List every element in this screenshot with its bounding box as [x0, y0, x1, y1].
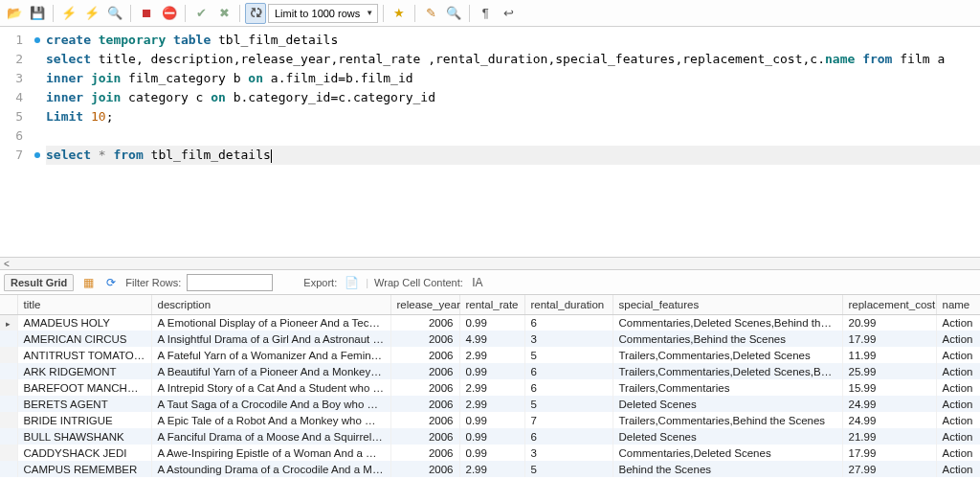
cell-replacement_cost[interactable]: 17.99 — [842, 331, 936, 347]
collapse-left-icon[interactable]: < — [4, 259, 10, 269]
cell-replacement_cost[interactable]: 24.99 — [842, 412, 936, 428]
toggle-invisible-icon[interactable]: ¶ — [475, 3, 496, 24]
cell-rental_rate[interactable]: 2.99 — [459, 461, 524, 477]
table-row[interactable]: ARK RIDGEMONTA Beautiful Yarn of a Pione… — [0, 363, 980, 379]
cell-release_year[interactable]: 2006 — [390, 379, 459, 396]
col-repl-cost[interactable]: replacement_cost — [842, 295, 936, 314]
cell-replacement_cost[interactable]: 27.99 — [842, 461, 936, 477]
cell-rental_rate[interactable]: 0.99 — [459, 428, 524, 445]
result-grid[interactable]: title description release_year rental_ra… — [0, 295, 980, 477]
cell-rental_duration[interactable]: 6 — [524, 314, 612, 331]
cell-description[interactable]: A Epic Tale of a Robot And a Monkey who … — [151, 412, 390, 428]
table-row[interactable]: AMADEUS HOLYA Emotional Display of a Pio… — [0, 314, 980, 331]
cell-rental_rate[interactable]: 4.99 — [459, 331, 524, 347]
cell-name[interactable]: Action — [936, 396, 980, 412]
cell-rental_duration[interactable]: 6 — [524, 363, 612, 379]
cell-release_year[interactable]: 2006 — [390, 445, 459, 461]
cell-description[interactable]: A Emotional Display of a Pioneer And a T… — [151, 314, 390, 331]
row-header[interactable] — [0, 461, 17, 477]
cell-replacement_cost[interactable]: 24.99 — [842, 396, 936, 412]
cell-replacement_cost[interactable]: 20.99 — [842, 314, 936, 331]
cell-title[interactable]: BAREFOOT MANCHURIAN — [17, 379, 151, 396]
cell-rental_duration[interactable]: 6 — [524, 428, 612, 445]
cell-title[interactable]: ARK RIDGEMONT — [17, 363, 151, 379]
cell-description[interactable]: A Taut Saga of a Crocodile And a Boy who… — [151, 396, 390, 412]
cell-special_features[interactable]: Trailers,Commentaries,Deleted Scenes,Beh… — [612, 363, 842, 379]
cell-special_features[interactable]: Deleted Scenes — [612, 428, 842, 445]
cell-rental_rate[interactable]: 2.99 — [459, 379, 524, 396]
row-header[interactable] — [0, 363, 17, 379]
cell-special_features[interactable]: Commentaries,Deleted Scenes — [612, 445, 842, 461]
cell-title[interactable]: BRIDE INTRIGUE — [17, 412, 151, 428]
row-header[interactable] — [0, 314, 17, 331]
cell-special_features[interactable]: Trailers,Commentaries,Behind the Scenes — [612, 412, 842, 428]
row-header[interactable] — [0, 396, 17, 412]
wrap-cell-icon[interactable]: IA — [469, 274, 486, 291]
row-limit-dropdown[interactable]: Limit to 1000 rows ▼ — [268, 4, 378, 23]
code-area[interactable]: create temporary table tbl_film_details … — [46, 31, 980, 165]
cell-rental_duration[interactable]: 5 — [524, 461, 612, 477]
cell-name[interactable]: Action — [936, 363, 980, 379]
cell-rental_rate[interactable]: 0.99 — [459, 363, 524, 379]
cell-description[interactable]: A Astounding Drama of a Crocodile And a … — [151, 461, 390, 477]
table-row[interactable]: BULL SHAWSHANKA Fanciful Drama of a Moos… — [0, 428, 980, 445]
col-release-year[interactable]: release_year — [390, 295, 459, 314]
cell-release_year[interactable]: 2006 — [390, 461, 459, 477]
cell-special_features[interactable]: Trailers,Commentaries,Deleted Scenes — [612, 347, 842, 363]
result-grid-refresh-icon[interactable]: ⟳ — [102, 274, 120, 291]
row-header[interactable] — [0, 331, 17, 347]
cell-rental_duration[interactable]: 7 — [524, 412, 612, 428]
cell-special_features[interactable]: Commentaries,Deleted Scenes,Behind the S… — [612, 314, 842, 331]
cell-release_year[interactable]: 2006 — [390, 314, 459, 331]
cell-rental_duration[interactable]: 5 — [524, 347, 612, 363]
cell-name[interactable]: Action — [936, 379, 980, 396]
cell-release_year[interactable]: 2006 — [390, 428, 459, 445]
result-grid-form-icon[interactable]: ▦ — [79, 274, 97, 291]
cell-name[interactable]: Action — [936, 331, 980, 347]
cell-special_features[interactable]: Trailers,Commentaries — [612, 379, 842, 396]
cell-title[interactable]: BULL SHAWSHANK — [17, 428, 151, 445]
cell-description[interactable]: A Intrepid Story of a Cat And a Student … — [151, 379, 390, 396]
table-row[interactable]: AMERICAN CIRCUSA Insightful Drama of a G… — [0, 331, 980, 347]
row-header[interactable] — [0, 428, 17, 445]
cell-release_year[interactable]: 2006 — [390, 412, 459, 428]
cell-description[interactable]: A Awe-Inspiring Epistle of a Woman And a… — [151, 445, 390, 461]
cell-description[interactable]: A Fateful Yarn of a Womanizer And a Femi… — [151, 347, 390, 363]
save-file-icon[interactable]: 💾 — [27, 3, 48, 24]
cell-description[interactable]: A Insightful Drama of a Girl And a Astro… — [151, 331, 390, 347]
col-description[interactable]: description — [151, 295, 390, 314]
cell-title[interactable]: ANTITRUST TOMATOES — [17, 347, 151, 363]
cell-rental_duration[interactable]: 3 — [524, 445, 612, 461]
cell-replacement_cost[interactable]: 21.99 — [842, 428, 936, 445]
cell-name[interactable]: Action — [936, 461, 980, 477]
cell-name[interactable]: Action — [936, 428, 980, 445]
cell-name[interactable]: Action — [936, 412, 980, 428]
cell-release_year[interactable]: 2006 — [390, 331, 459, 347]
open-file-icon[interactable]: 📂 — [4, 3, 25, 24]
cell-name[interactable]: Action — [936, 314, 980, 331]
toggle-wrap-icon[interactable]: ↩ — [498, 3, 519, 24]
row-header[interactable] — [0, 445, 17, 461]
export-icon[interactable]: 📄 — [343, 274, 360, 291]
cell-name[interactable]: Action — [936, 347, 980, 363]
table-row[interactable]: BERETS AGENTA Taut Saga of a Crocodile A… — [0, 396, 980, 412]
autocommit-toggle-icon[interactable]: 🗘 — [245, 3, 266, 24]
col-title[interactable]: title — [17, 295, 151, 314]
row-header[interactable] — [0, 379, 17, 396]
col-rental-rate[interactable]: rental_rate — [459, 295, 524, 314]
cell-replacement_cost[interactable]: 17.99 — [842, 445, 936, 461]
rollback-icon[interactable]: ✖ — [213, 3, 234, 24]
sql-editor[interactable]: 1 2 3 4 5 6 7 create temporary table tbl… — [0, 27, 980, 165]
find-icon[interactable]: 🔍 — [443, 3, 464, 24]
cell-special_features[interactable]: Deleted Scenes — [612, 396, 842, 412]
table-row[interactable]: BAREFOOT MANCHURIANA Intrepid Story of a… — [0, 379, 980, 396]
cell-rental_duration[interactable]: 6 — [524, 379, 612, 396]
table-row[interactable]: BRIDE INTRIGUEA Epic Tale of a Robot And… — [0, 412, 980, 428]
cell-release_year[interactable]: 2006 — [390, 363, 459, 379]
cell-description[interactable]: A Fanciful Drama of a Moose And a Squirr… — [151, 428, 390, 445]
cell-title[interactable]: AMERICAN CIRCUS — [17, 331, 151, 347]
cell-rental_rate[interactable]: 2.99 — [459, 396, 524, 412]
table-row[interactable]: ANTITRUST TOMATOESA Fateful Yarn of a Wo… — [0, 347, 980, 363]
pane-splitter[interactable]: < — [0, 257, 980, 270]
cell-replacement_cost[interactable]: 25.99 — [842, 363, 936, 379]
